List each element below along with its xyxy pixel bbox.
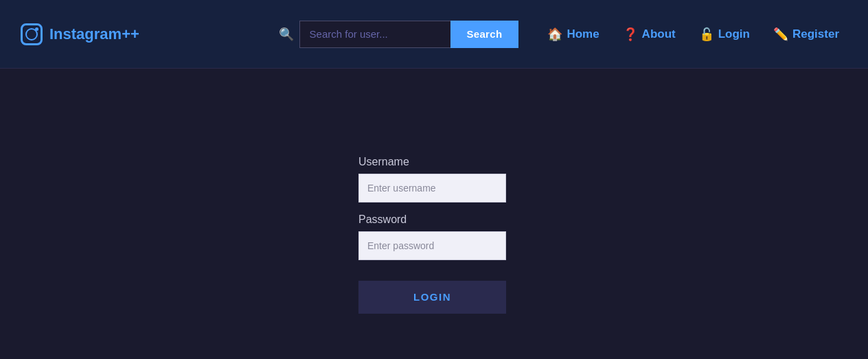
- nav-label-about: About: [642, 27, 676, 41]
- search-input[interactable]: [299, 21, 450, 48]
- register-icon: ✏️: [773, 27, 788, 42]
- login-form: Username Password LOGIN: [358, 156, 510, 314]
- nav-links: 🏠 Home ❓ About 🔓 Login ✏️ Register: [539, 21, 847, 47]
- nav-link-about[interactable]: ❓ About: [615, 21, 684, 47]
- brand-name: Instagram++: [49, 25, 139, 43]
- search-icon: 🔍: [279, 27, 294, 42]
- main-content: Username Password LOGIN: [0, 69, 868, 359]
- password-input[interactable]: [358, 231, 506, 260]
- about-icon: ❓: [623, 27, 638, 42]
- nav-label-home: Home: [567, 27, 599, 41]
- search-area: 🔍 Search: [279, 21, 519, 48]
- username-label: Username: [358, 156, 510, 168]
- nav-label-login: Login: [718, 27, 750, 41]
- search-button[interactable]: Search: [450, 21, 519, 48]
- brand-icon: [21, 23, 43, 45]
- nav-link-register[interactable]: ✏️ Register: [765, 21, 847, 47]
- home-icon: 🏠: [547, 27, 562, 42]
- password-label: Password: [358, 213, 510, 226]
- nav-link-home[interactable]: 🏠 Home: [539, 21, 607, 47]
- login-button[interactable]: LOGIN: [358, 281, 506, 314]
- login-icon: 🔓: [699, 27, 714, 42]
- nav-link-login[interactable]: 🔓 Login: [691, 21, 758, 47]
- brand-logo[interactable]: Instagram++: [21, 23, 139, 45]
- nav-label-register: Register: [792, 27, 839, 41]
- navbar: Instagram++ 🔍 Search 🏠 Home ❓ About 🔓 Lo…: [0, 0, 868, 69]
- username-input[interactable]: [358, 174, 506, 202]
